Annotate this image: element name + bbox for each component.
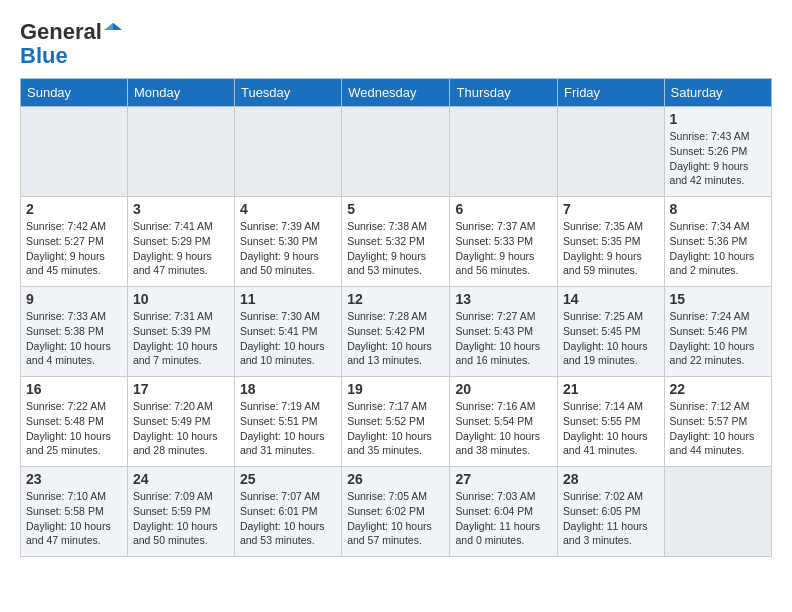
day-number: 18 xyxy=(240,381,336,397)
calendar-header-thursday: Thursday xyxy=(450,79,558,107)
day-number: 22 xyxy=(670,381,766,397)
day-number: 4 xyxy=(240,201,336,217)
calendar-cell: 21Sunrise: 7:14 AM Sunset: 5:55 PM Dayli… xyxy=(557,377,664,467)
day-number: 24 xyxy=(133,471,229,487)
logo-blue: Blue xyxy=(20,43,68,68)
day-number: 26 xyxy=(347,471,444,487)
day-number: 10 xyxy=(133,291,229,307)
calendar-header-friday: Friday xyxy=(557,79,664,107)
day-number: 5 xyxy=(347,201,444,217)
calendar-header-sunday: Sunday xyxy=(21,79,128,107)
day-number: 25 xyxy=(240,471,336,487)
day-number: 28 xyxy=(563,471,659,487)
calendar-cell: 24Sunrise: 7:09 AM Sunset: 5:59 PM Dayli… xyxy=(127,467,234,557)
calendar-cell: 9Sunrise: 7:33 AM Sunset: 5:38 PM Daylig… xyxy=(21,287,128,377)
calendar-cell: 18Sunrise: 7:19 AM Sunset: 5:51 PM Dayli… xyxy=(234,377,341,467)
calendar-cell: 12Sunrise: 7:28 AM Sunset: 5:42 PM Dayli… xyxy=(342,287,450,377)
day-number: 19 xyxy=(347,381,444,397)
calendar-header-wednesday: Wednesday xyxy=(342,79,450,107)
calendar-cell xyxy=(450,107,558,197)
day-info: Sunrise: 7:03 AM Sunset: 6:04 PM Dayligh… xyxy=(455,489,552,548)
calendar-cell: 22Sunrise: 7:12 AM Sunset: 5:57 PM Dayli… xyxy=(664,377,771,467)
day-info: Sunrise: 7:31 AM Sunset: 5:39 PM Dayligh… xyxy=(133,309,229,368)
calendar-cell: 5Sunrise: 7:38 AM Sunset: 5:32 PM Daylig… xyxy=(342,197,450,287)
day-info: Sunrise: 7:10 AM Sunset: 5:58 PM Dayligh… xyxy=(26,489,122,548)
day-number: 23 xyxy=(26,471,122,487)
calendar-cell: 1Sunrise: 7:43 AM Sunset: 5:26 PM Daylig… xyxy=(664,107,771,197)
calendar-cell: 23Sunrise: 7:10 AM Sunset: 5:58 PM Dayli… xyxy=(21,467,128,557)
calendar-header-row: SundayMondayTuesdayWednesdayThursdayFrid… xyxy=(21,79,772,107)
day-info: Sunrise: 7:14 AM Sunset: 5:55 PM Dayligh… xyxy=(563,399,659,458)
day-info: Sunrise: 7:28 AM Sunset: 5:42 PM Dayligh… xyxy=(347,309,444,368)
svg-marker-1 xyxy=(104,23,113,30)
day-number: 6 xyxy=(455,201,552,217)
logo-text: General Blue xyxy=(20,20,122,68)
calendar-week-row: 23Sunrise: 7:10 AM Sunset: 5:58 PM Dayli… xyxy=(21,467,772,557)
calendar-cell: 7Sunrise: 7:35 AM Sunset: 5:35 PM Daylig… xyxy=(557,197,664,287)
calendar-cell: 27Sunrise: 7:03 AM Sunset: 6:04 PM Dayli… xyxy=(450,467,558,557)
calendar-cell: 8Sunrise: 7:34 AM Sunset: 5:36 PM Daylig… xyxy=(664,197,771,287)
calendar-cell: 15Sunrise: 7:24 AM Sunset: 5:46 PM Dayli… xyxy=(664,287,771,377)
day-number: 13 xyxy=(455,291,552,307)
day-info: Sunrise: 7:34 AM Sunset: 5:36 PM Dayligh… xyxy=(670,219,766,278)
day-info: Sunrise: 7:35 AM Sunset: 5:35 PM Dayligh… xyxy=(563,219,659,278)
calendar-cell: 2Sunrise: 7:42 AM Sunset: 5:27 PM Daylig… xyxy=(21,197,128,287)
day-info: Sunrise: 7:30 AM Sunset: 5:41 PM Dayligh… xyxy=(240,309,336,368)
day-info: Sunrise: 7:09 AM Sunset: 5:59 PM Dayligh… xyxy=(133,489,229,548)
day-info: Sunrise: 7:24 AM Sunset: 5:46 PM Dayligh… xyxy=(670,309,766,368)
logo: General Blue xyxy=(20,20,122,68)
day-number: 9 xyxy=(26,291,122,307)
day-info: Sunrise: 7:25 AM Sunset: 5:45 PM Dayligh… xyxy=(563,309,659,368)
calendar-cell xyxy=(234,107,341,197)
calendar-week-row: 16Sunrise: 7:22 AM Sunset: 5:48 PM Dayli… xyxy=(21,377,772,467)
day-info: Sunrise: 7:33 AM Sunset: 5:38 PM Dayligh… xyxy=(26,309,122,368)
day-number: 2 xyxy=(26,201,122,217)
day-info: Sunrise: 7:20 AM Sunset: 5:49 PM Dayligh… xyxy=(133,399,229,458)
day-number: 15 xyxy=(670,291,766,307)
day-info: Sunrise: 7:43 AM Sunset: 5:26 PM Dayligh… xyxy=(670,129,766,188)
day-info: Sunrise: 7:02 AM Sunset: 6:05 PM Dayligh… xyxy=(563,489,659,548)
page-header: General Blue xyxy=(20,20,772,68)
calendar-header-saturday: Saturday xyxy=(664,79,771,107)
day-number: 17 xyxy=(133,381,229,397)
calendar-cell: 14Sunrise: 7:25 AM Sunset: 5:45 PM Dayli… xyxy=(557,287,664,377)
calendar-cell: 17Sunrise: 7:20 AM Sunset: 5:49 PM Dayli… xyxy=(127,377,234,467)
calendar-cell xyxy=(664,467,771,557)
calendar-cell: 4Sunrise: 7:39 AM Sunset: 5:30 PM Daylig… xyxy=(234,197,341,287)
logo-bird-icon xyxy=(104,21,122,39)
day-number: 16 xyxy=(26,381,122,397)
calendar-cell xyxy=(557,107,664,197)
calendar-header-tuesday: Tuesday xyxy=(234,79,341,107)
day-info: Sunrise: 7:41 AM Sunset: 5:29 PM Dayligh… xyxy=(133,219,229,278)
day-number: 3 xyxy=(133,201,229,217)
calendar-cell xyxy=(127,107,234,197)
day-info: Sunrise: 7:19 AM Sunset: 5:51 PM Dayligh… xyxy=(240,399,336,458)
day-number: 1 xyxy=(670,111,766,127)
calendar-cell: 26Sunrise: 7:05 AM Sunset: 6:02 PM Dayli… xyxy=(342,467,450,557)
day-info: Sunrise: 7:27 AM Sunset: 5:43 PM Dayligh… xyxy=(455,309,552,368)
calendar-header-monday: Monday xyxy=(127,79,234,107)
day-info: Sunrise: 7:05 AM Sunset: 6:02 PM Dayligh… xyxy=(347,489,444,548)
day-info: Sunrise: 7:39 AM Sunset: 5:30 PM Dayligh… xyxy=(240,219,336,278)
day-info: Sunrise: 7:17 AM Sunset: 5:52 PM Dayligh… xyxy=(347,399,444,458)
calendar-cell: 28Sunrise: 7:02 AM Sunset: 6:05 PM Dayli… xyxy=(557,467,664,557)
calendar-week-row: 9Sunrise: 7:33 AM Sunset: 5:38 PM Daylig… xyxy=(21,287,772,377)
calendar-week-row: 2Sunrise: 7:42 AM Sunset: 5:27 PM Daylig… xyxy=(21,197,772,287)
day-info: Sunrise: 7:37 AM Sunset: 5:33 PM Dayligh… xyxy=(455,219,552,278)
calendar-cell: 25Sunrise: 7:07 AM Sunset: 6:01 PM Dayli… xyxy=(234,467,341,557)
day-number: 21 xyxy=(563,381,659,397)
day-info: Sunrise: 7:12 AM Sunset: 5:57 PM Dayligh… xyxy=(670,399,766,458)
calendar-cell: 6Sunrise: 7:37 AM Sunset: 5:33 PM Daylig… xyxy=(450,197,558,287)
calendar-cell: 20Sunrise: 7:16 AM Sunset: 5:54 PM Dayli… xyxy=(450,377,558,467)
day-info: Sunrise: 7:22 AM Sunset: 5:48 PM Dayligh… xyxy=(26,399,122,458)
calendar-cell: 10Sunrise: 7:31 AM Sunset: 5:39 PM Dayli… xyxy=(127,287,234,377)
day-number: 11 xyxy=(240,291,336,307)
day-number: 8 xyxy=(670,201,766,217)
day-number: 12 xyxy=(347,291,444,307)
svg-marker-0 xyxy=(113,23,122,30)
calendar-cell xyxy=(342,107,450,197)
calendar-cell: 19Sunrise: 7:17 AM Sunset: 5:52 PM Dayli… xyxy=(342,377,450,467)
calendar-cell xyxy=(21,107,128,197)
calendar-cell: 16Sunrise: 7:22 AM Sunset: 5:48 PM Dayli… xyxy=(21,377,128,467)
day-number: 27 xyxy=(455,471,552,487)
